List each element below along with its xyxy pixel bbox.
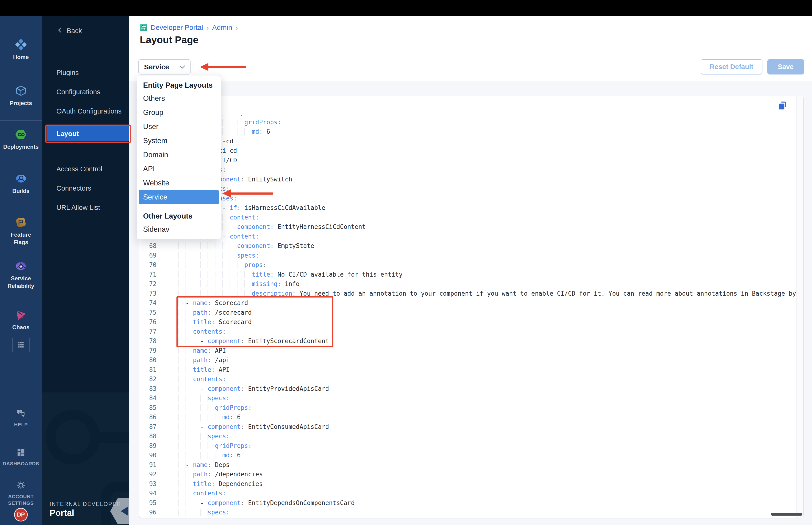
menu-item-system[interactable]: System	[137, 134, 220, 148]
code-line: 81title: API	[139, 365, 796, 375]
sidebar-item-dashboards[interactable]: DASHBOARDS	[0, 447, 42, 467]
module-browser-button[interactable]	[12, 338, 30, 352]
menu-item-sidenav[interactable]: Sidenav	[137, 222, 220, 236]
code-line: 63cases:	[139, 194, 796, 203]
sidebar-item-chaos[interactable]: Chaos	[0, 309, 42, 331]
help-icon: ?	[16, 408, 26, 419]
horizontal-scrollbar-thumb[interactable]	[771, 513, 802, 515]
line-number: 78	[139, 338, 156, 345]
gear-icon	[16, 480, 26, 491]
admin-sidebar: Back Plugins Configurations OAuth Config…	[42, 16, 129, 525]
code-line: 66component: EntityHarnessCiCdContent	[139, 222, 796, 232]
menu-item-group[interactable]: Group	[137, 106, 220, 120]
menu-item-user[interactable]: User	[137, 120, 220, 134]
code-line: 71title: No CI/CD available for this ent…	[139, 270, 796, 280]
code-line: 67- content:	[139, 232, 796, 241]
reset-default-button[interactable]: Reset Default	[701, 59, 763, 75]
sidebar-item-feature-flags[interactable]: Feature Flags	[0, 216, 42, 246]
brand-line1: INTERNAL DEVELOPER	[49, 501, 121, 507]
save-button[interactable]: Save	[767, 59, 804, 75]
menu-item-api[interactable]: API	[137, 162, 220, 176]
line-number: 70	[139, 261, 156, 268]
sidebar-item-help[interactable]: ? HELP	[0, 408, 42, 428]
code-line: 60contents:	[139, 165, 796, 175]
page-header	[129, 16, 812, 54]
line-number: 79	[139, 347, 156, 354]
line-number: 76	[139, 318, 156, 326]
sidebar-item-builds[interactable]: Builds	[0, 173, 42, 195]
admin-nav-item-connectors[interactable]: Connectors	[42, 180, 129, 196]
line-number: 74	[139, 299, 156, 306]
admin-nav-item-access-control[interactable]: Access Control	[42, 161, 129, 177]
code-line: 59title: CI/CD	[139, 155, 796, 165]
line-number: 96	[139, 509, 156, 515]
sidebar-item-projects[interactable]: Projects	[0, 85, 42, 107]
sidebar-item-home[interactable]: Home	[0, 39, 42, 61]
line-number: 88	[139, 433, 156, 440]
code-line: 77contents:	[139, 327, 796, 336]
code-line: 85gridProps:	[139, 403, 796, 412]
sidebar-item-service-reliability[interactable]: Service Reliability	[0, 260, 42, 289]
code-viewport[interactable]: 54specs:55gridProps:56md: 657- name: ci-…	[139, 115, 796, 515]
code-line: 83- component: EntityProvidedApisCard	[139, 384, 796, 394]
code-line: 84specs:	[139, 393, 796, 403]
sidebar-divider	[0, 120, 42, 121]
code-line: 61- component: EntitySwitch	[139, 175, 796, 184]
brand-panel: INTERNAL DEVELOPER Portal	[42, 392, 129, 525]
code-line: 96specs:	[139, 508, 796, 515]
dashboards-icon	[16, 447, 26, 457]
divider	[49, 45, 122, 45]
menu-item-service-selected[interactable]: Service	[139, 190, 219, 204]
menu-item-domain[interactable]: Domain	[137, 148, 220, 162]
window-top-bar	[0, 0, 812, 16]
copy-icon[interactable]	[777, 101, 787, 111]
menu-item-website[interactable]: Website	[137, 176, 220, 190]
grid-icon	[18, 342, 24, 349]
line-number: 82	[139, 376, 156, 382]
page-title: Layout Page	[140, 34, 199, 46]
deployments-icon	[15, 129, 27, 140]
line-number: 73	[139, 290, 156, 297]
line-number: 91	[139, 461, 156, 468]
code-line: 57- name: ci-cd	[139, 137, 796, 146]
breadcrumb-developer-portal[interactable]: Developer Portal	[151, 24, 203, 31]
menu-item-others[interactable]: Others	[137, 91, 220, 106]
admin-nav-item-oauth-configurations[interactable]: OAuth Configurations	[42, 103, 129, 119]
code-line: 91- name: Deps	[139, 460, 796, 470]
user-avatar[interactable]: DP	[14, 508, 28, 522]
code-line: 58path: /ci-cd	[139, 146, 796, 155]
back-button[interactable]: Back	[42, 24, 129, 38]
sidebar-item-deployments[interactable]: Deployments	[0, 129, 42, 151]
decor-bar	[94, 432, 129, 443]
brand-line2: Portal	[49, 508, 74, 518]
code-line: 93title: Dependencies	[139, 479, 796, 489]
line-number: 92	[139, 471, 156, 478]
admin-nav-item-url-allow-list[interactable]: URL Allow List	[42, 200, 129, 215]
line-number: 94	[139, 490, 156, 497]
code-line: 54specs:	[139, 115, 796, 118]
breadcrumb: Developer Portal › Admin ›	[140, 24, 238, 31]
line-number: 71	[139, 271, 156, 278]
line-number: 75	[139, 309, 156, 316]
line-number: 77	[139, 328, 156, 335]
line-number: 84	[139, 394, 156, 402]
code-line: 92path: /dependencies	[139, 469, 796, 479]
breadcrumb-admin[interactable]: Admin	[212, 24, 232, 31]
code-line: 56md: 6	[139, 127, 796, 137]
breadcrumb-separator: ›	[206, 23, 209, 32]
admin-nav-item-plugins[interactable]: Plugins	[42, 65, 129, 80]
vertical-scrollbar[interactable]	[796, 96, 803, 518]
code-line: 74- name: Scorecard	[139, 298, 796, 308]
feature-flags-icon	[15, 216, 27, 228]
sidebar-item-account-settings[interactable]: ACCOUNT SETTINGS	[0, 480, 42, 506]
code-line: 80path: /api	[139, 355, 796, 365]
admin-nav-item-layout[interactable]: Layout	[47, 126, 129, 141]
admin-nav-item-configurations[interactable]: Configurations	[42, 84, 129, 100]
layout-type-select[interactable]: Service	[138, 59, 190, 75]
code-line: 68component: EmptyState	[139, 241, 796, 251]
line-number: 89	[139, 442, 156, 449]
line-number: 80	[139, 357, 156, 363]
code-line: 62specs:	[139, 184, 796, 194]
code-line: 72missing: info	[139, 279, 796, 289]
code-line: 86md: 6	[139, 412, 796, 422]
